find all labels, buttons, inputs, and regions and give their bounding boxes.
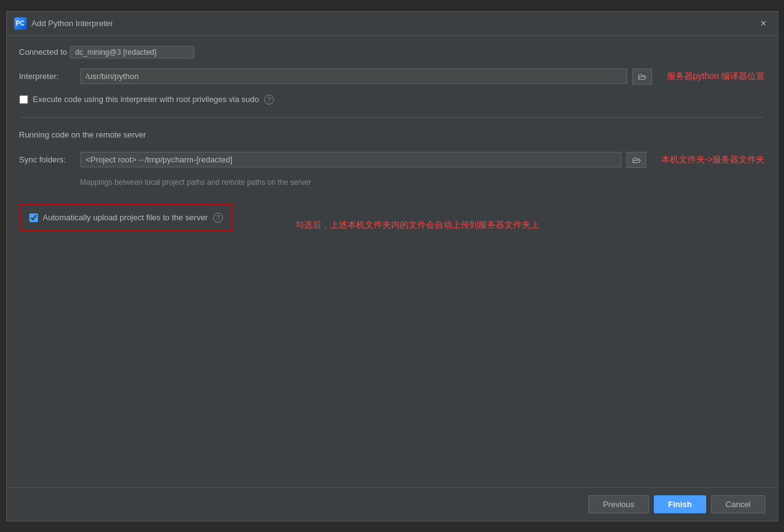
divider	[19, 117, 765, 118]
auto-upload-label: Automatically upload project files to th…	[43, 213, 208, 222]
connected-label: Connected to	[19, 47, 67, 57]
close-button[interactable]: ×	[757, 17, 770, 30]
title-bar-left: PC Add Python Interpreter	[14, 17, 113, 30]
connected-row: Connected to dc_mining@3 [redacted]	[19, 46, 765, 58]
mappings-hint: Mappings between local project paths and…	[80, 178, 765, 187]
remote-server-section-label: Running code on the remote server	[19, 130, 765, 139]
sudo-row: Execute code using this interpreter with…	[19, 95, 765, 105]
sudo-help-icon[interactable]: ?	[264, 95, 274, 105]
sync-folders-row: Sync folders: 🗁 本机文件夹->服务器文件夹	[19, 152, 765, 168]
dialog-body: Connected to dc_mining@3 [redacted] Inte…	[7, 36, 778, 365]
auto-upload-annotation: 勾选后，上述本机文件夹内的文件会自动上传到服务器文件夹上	[295, 218, 539, 231]
add-interpreter-dialog: PC Add Python Interpreter × Connected to…	[6, 11, 778, 521]
dialog-title: Add Python Interpreter	[32, 19, 113, 28]
previous-button[interactable]: Previous	[588, 495, 649, 513]
interpreter-browse-button[interactable]: 🗁	[632, 68, 652, 85]
auto-upload-box: Automatically upload project files to th…	[19, 204, 233, 231]
sync-annotation: 本机文件夹->服务器文件夹	[661, 154, 765, 166]
sudo-label: Execute code using this interpreter with…	[33, 95, 259, 104]
interpreter-input[interactable]	[80, 68, 627, 84]
interpreter-annotation: 服务器python 编译器位置	[667, 71, 765, 82]
cancel-button[interactable]: Cancel	[711, 495, 765, 513]
connected-value: dc_mining@3 [redacted]	[70, 46, 194, 58]
interpreter-row: Interpreter: 🗁 服务器python 编译器位置	[19, 68, 765, 85]
interpreter-label: Interpreter:	[19, 72, 75, 81]
sudo-checkbox[interactable]	[19, 95, 28, 104]
finish-button[interactable]: Finish	[654, 495, 706, 513]
sync-folders-label: Sync folders:	[19, 155, 75, 164]
auto-upload-help-icon[interactable]: ?	[213, 213, 223, 223]
sync-folders-input[interactable]	[80, 152, 621, 167]
app-icon: PC	[14, 17, 27, 30]
sync-field-container: 🗁 本机文件夹->服务器文件夹	[80, 152, 765, 168]
title-bar: PC Add Python Interpreter ×	[7, 12, 778, 36]
auto-upload-checkbox[interactable]	[29, 213, 38, 222]
dialog-footer: Previous Finish Cancel	[7, 487, 778, 521]
sync-folders-browse-button[interactable]: 🗁	[626, 152, 646, 168]
